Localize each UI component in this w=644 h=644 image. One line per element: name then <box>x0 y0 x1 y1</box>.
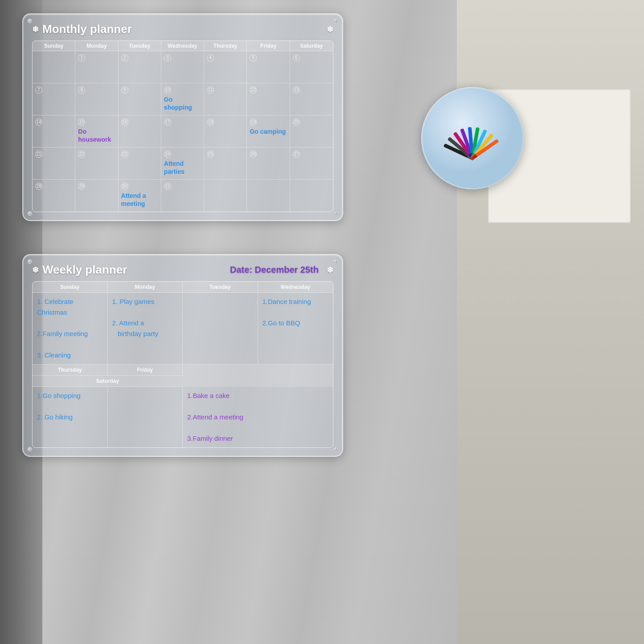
weekly-tuesday-header: Tuesday <box>183 282 258 293</box>
weekly-wednesday-header: Wednesday <box>258 282 333 293</box>
cal-day-number: 21 <box>35 151 42 158</box>
day-wednesday: Wednesday <box>161 41 204 51</box>
cal-cell-w2-d7: 13 <box>290 83 333 115</box>
day-sunday: Sunday <box>33 41 75 51</box>
screw-top-right <box>333 19 338 23</box>
cal-cell-w1-d1 <box>33 51 75 83</box>
sunday-events: 1. CelebrateChristmas2.Family meeting3. … <box>37 296 103 361</box>
weekly-sunday-header: Sunday <box>33 282 108 293</box>
screw-bottom-left <box>28 211 32 216</box>
cal-cell-w2-d2: 8 <box>75 83 118 115</box>
monday-events: 1. Play games2. Attend a birthday party <box>112 296 178 339</box>
cal-cell-w1-d4: 3 <box>161 51 204 83</box>
cal-day-number: 15 <box>78 119 85 126</box>
cal-day-number: 10 <box>164 86 171 94</box>
weekly-monday-header: Monday <box>108 282 183 293</box>
cal-cell-w5-d6 <box>247 180 290 212</box>
cal-cell-w1-d3: 2 <box>119 51 161 83</box>
saturday-events: 1.Bake a cake2.Attend a meeting3.Family … <box>187 390 328 444</box>
cal-cell-w3-d4: 17 <box>161 115 204 148</box>
monthly-planner-title: ❄ Monthly planner ❄ <box>32 22 333 36</box>
cal-week-2: 78910Go shopping111213 <box>33 83 333 115</box>
weekly-cell-friday <box>108 387 183 447</box>
cal-week-5: 282930Attend a meeting31 <box>33 180 333 212</box>
cal-day-number: 28 <box>35 183 42 190</box>
cal-day-number: 18 <box>207 119 214 126</box>
weekly-bottom-body: 1.Go shopping2. Go hiking 1.Bake a cake2… <box>33 387 333 447</box>
cal-cell-w1-d5: 4 <box>204 51 247 83</box>
weekly-planner-title: ❄ Weekly planner Date: December 25th ❄ <box>32 263 333 277</box>
weekly-saturday-header: Saturday <box>33 376 183 387</box>
cal-cell-w2-d3: 9 <box>119 83 161 115</box>
cal-cell-w4-d5: 25 <box>204 148 247 180</box>
cal-cell-w1-d7: 6 <box>290 51 333 83</box>
cal-cell-w5-d3: 30Attend a meeting <box>119 180 161 212</box>
cal-day-number: 31 <box>164 183 171 190</box>
cal-cell-w4-d6: 26 <box>247 148 290 180</box>
markers-svg <box>421 87 524 189</box>
cal-day-number: 4 <box>207 54 214 62</box>
cal-week-4: 21222324Attend parties252627 <box>33 148 333 180</box>
monthly-planner-board: ❄ Monthly planner ❄ Sunday Monday Tuesda… <box>22 13 343 221</box>
cal-event-text: Go camping <box>250 127 287 135</box>
cal-event-text: Go shopping <box>164 95 201 111</box>
day-tuesday: Tuesday <box>119 41 161 51</box>
cal-day-number: 19 <box>250 119 257 126</box>
cal-cell-w4-d2: 22 <box>75 148 118 180</box>
weekly-screw-br <box>333 447 338 451</box>
screw-top-left <box>28 19 32 23</box>
weekly-cell-sunday: 1. CelebrateChristmas2.Family meeting3. … <box>33 293 108 365</box>
cal-cell-w5-d7 <box>290 180 333 212</box>
weekly-top-body: 1. CelebrateChristmas2.Family meeting3. … <box>33 293 333 365</box>
cal-event-text: Do housework <box>78 127 115 144</box>
weekly-bottom-header: Thursday Friday Saturday <box>33 365 333 387</box>
cal-event-text: Attend parties <box>164 160 201 176</box>
screw-bottom-right <box>333 211 338 216</box>
weekly-top-header: Sunday Monday Tuesday Wednesday <box>33 282 333 293</box>
cal-day-number: 26 <box>250 151 257 158</box>
cal-cell-w1-d2: 1 <box>75 51 118 83</box>
cal-cell-w5-d4: 31 <box>161 180 204 212</box>
cal-cell-w4-d4: 24Attend parties <box>161 148 204 180</box>
weekly-snowflake-left: ❄ <box>32 265 39 275</box>
cal-cell-w2-d5: 11 <box>204 83 247 115</box>
cal-cell-w4-d7: 27 <box>290 148 333 180</box>
cal-day-number: 2 <box>121 54 128 62</box>
cal-day-number: 30 <box>121 183 128 190</box>
cal-cell-w5-d2: 29 <box>75 180 118 212</box>
wednesday-events: 1.Dance training2.Go to BBQ <box>263 296 329 328</box>
weekly-title-text: Weekly planner <box>42 263 127 277</box>
calendar-header: Sunday Monday Tuesday Wednesday Thursday… <box>33 41 333 51</box>
weekly-planner-board: ❄ Weekly planner Date: December 25th ❄ S… <box>22 254 343 457</box>
cal-cell-w2-d4: 10Go shopping <box>161 83 204 115</box>
cal-cell-w2-d6: 12 <box>247 83 290 115</box>
cal-cell-w3-d5: 18 <box>204 115 247 148</box>
day-friday: Friday <box>247 41 290 51</box>
cal-cell-w1-d6: 5 <box>247 51 290 83</box>
cal-week-3: 1415Do housework16171819Go camping20 <box>33 115 333 148</box>
weekly-friday-header: Friday <box>108 365 183 376</box>
cal-day-number: 20 <box>293 119 300 126</box>
cal-day-number: 9 <box>121 86 128 94</box>
weekly-cell-thursday: 1.Go shopping2. Go hiking <box>33 387 108 447</box>
cal-day-number: 1 <box>78 54 85 62</box>
weekly-date-label: Date: December 25th <box>230 265 319 275</box>
cal-cell-w2-d1: 7 <box>33 83 75 115</box>
monthly-calendar-grid: Sunday Monday Tuesday Wednesday Thursday… <box>32 41 333 212</box>
weekly-screw-tl <box>28 259 32 264</box>
monthly-title-text: Monthly planner <box>42 22 132 36</box>
weekly-screw-bl <box>28 447 32 451</box>
cal-day-number: 16 <box>121 119 128 126</box>
cal-day-number: 22 <box>78 151 85 158</box>
day-thursday: Thursday <box>204 41 247 51</box>
weekly-snowflake-right: ❄ <box>327 265 333 275</box>
cal-day-number: 17 <box>164 119 171 126</box>
cal-day-number: 5 <box>250 54 257 62</box>
cal-cell-w3-d6: 19Go camping <box>247 115 290 148</box>
day-monday: Monday <box>75 41 118 51</box>
cal-day-number: 13 <box>293 86 300 94</box>
cal-day-number: 29 <box>78 183 85 190</box>
day-saturday: Saturday <box>290 41 333 51</box>
cal-cell-w3-d7: 20 <box>290 115 333 148</box>
weekly-screw-tr <box>333 259 338 264</box>
